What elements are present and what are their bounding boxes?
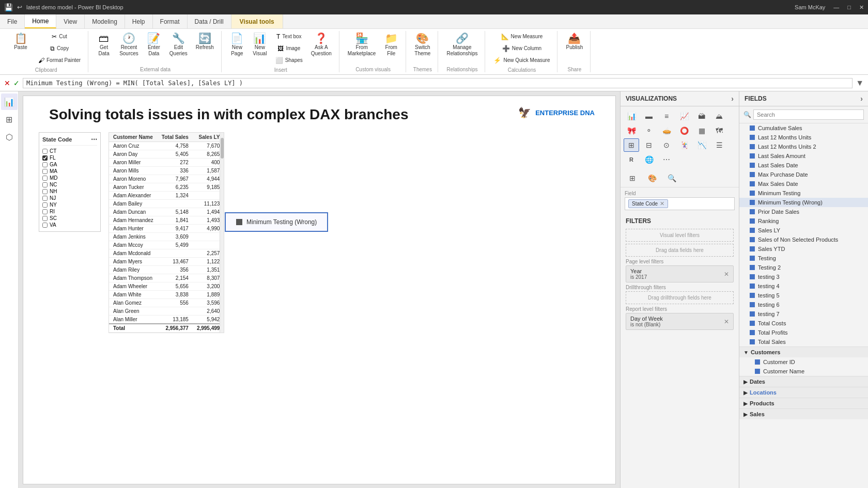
refresh-button[interactable]: 🔄 Refresh <box>193 31 217 53</box>
viz-pie[interactable]: 🥧 <box>659 124 674 137</box>
fields-icon[interactable]: ⊞ <box>625 171 640 185</box>
filter-dow-remove[interactable]: ✕ <box>724 318 729 325</box>
slicer-item-ny[interactable]: NY <box>42 201 97 208</box>
new-page-button[interactable]: 📄 NewPage <box>227 31 247 59</box>
tab-view[interactable]: View <box>56 14 85 28</box>
viz-donut[interactable]: ⭕ <box>676 124 692 137</box>
filter-day-of-week[interactable]: Day of Week is not (Blank) ✕ <box>626 313 734 330</box>
viz-bar-chart[interactable]: 📊 <box>624 109 639 123</box>
viz-kpi[interactable]: 📉 <box>694 138 709 152</box>
viz-r-visual[interactable]: R <box>624 153 639 166</box>
slicer-item-va[interactable]: VA <box>42 222 97 228</box>
manage-relationships-button[interactable]: 🔗 ManageRelationships <box>443 31 481 59</box>
sidebar-report-icon[interactable]: 📊 <box>1 93 18 110</box>
slicer-item-md[interactable]: MD <box>42 175 97 181</box>
field-item-sales-of-non-selected-products[interactable]: Sales of Non Selected Products <box>739 235 868 244</box>
field-item-testing-6[interactable]: testing 6 <box>739 300 868 309</box>
slicer-cb-nc[interactable] <box>42 182 48 187</box>
scroll-thumb[interactable] <box>221 138 224 159</box>
slicer-cb-ri[interactable] <box>42 209 48 214</box>
measure-card[interactable]: Minimum Testing (Wrong) <box>225 212 328 232</box>
slicer-cb-ct[interactable] <box>42 149 48 154</box>
group-locations[interactable]: ▶Locations <box>739 387 868 398</box>
tab-home[interactable]: Home <box>25 14 56 28</box>
field-item-sales-ly[interactable]: Sales LY <box>739 226 868 235</box>
drag-data-fields-zone[interactable]: Drag data fields here <box>626 244 734 257</box>
state-code-tag[interactable]: State Code ✕ <box>628 199 668 208</box>
group-customers[interactable]: ▼Customers <box>739 347 868 357</box>
field-item-testing-4[interactable]: testing 4 <box>739 281 868 291</box>
analytics-icon[interactable]: 🔍 <box>664 171 679 185</box>
slicer-item-nc[interactable]: NC <box>42 181 97 188</box>
field-item-sales-ytd[interactable]: Sales YTD <box>739 244 868 254</box>
ask-question-button[interactable]: ❓ Ask AQuestion <box>308 31 335 59</box>
field-item-testing-5[interactable]: testing 5 <box>739 291 868 300</box>
field-item-last-12-months-units[interactable]: Last 12 Months Units <box>739 133 868 142</box>
viz-area-chart[interactable]: 🏔 <box>694 109 709 123</box>
viz-table[interactable]: ⊞ <box>624 138 639 152</box>
field-item-total-sales[interactable]: Total Sales <box>739 337 868 347</box>
sidebar-data-icon[interactable]: ⊞ <box>1 111 18 128</box>
viz-slicer[interactable]: ☰ <box>711 138 727 152</box>
from-marketplace-button[interactable]: 🏪 FromMarketplace <box>345 31 379 59</box>
slicer-item-ri[interactable]: RI <box>42 208 97 215</box>
field-item-last-sales-amount[interactable]: Last Sales Amount <box>739 151 868 161</box>
slicer-item-sc[interactable]: SC <box>42 215 97 222</box>
viz-clustered-bar[interactable]: ≡ <box>659 109 674 123</box>
visual-level-filters-zone[interactable]: Visual level filters <box>626 229 734 242</box>
visualizations-expand-btn[interactable]: › <box>731 95 734 103</box>
field-item-testing-7[interactable]: testing 7 <box>739 309 868 319</box>
paste-button[interactable]: 📋 Paste <box>8 31 33 53</box>
slicer-cb-nh[interactable] <box>42 189 48 194</box>
slicer-cb-ma[interactable] <box>42 169 48 174</box>
recent-sources-button[interactable]: 🕐 RecentSources <box>116 31 142 59</box>
field-item-testing-3[interactable]: testing 3 <box>739 272 868 281</box>
field-item-customer-id[interactable]: Customer ID <box>739 357 868 367</box>
viz-gauge[interactable]: ⊙ <box>659 138 674 152</box>
table-scroll-bar[interactable] <box>220 133 224 333</box>
sidebar-model-icon[interactable]: ⬡ <box>1 129 18 145</box>
field-item-testing[interactable]: Testing <box>739 254 868 263</box>
formula-expand-button[interactable]: ▼ <box>856 78 864 88</box>
slicer-cb-nj[interactable] <box>42 196 48 201</box>
slicer-menu-icon[interactable]: ⋯ <box>91 136 97 143</box>
field-item-last-12-months-units-2[interactable]: Last 12 Months Units 2 <box>739 142 868 151</box>
field-area-box[interactable]: State Code ✕ <box>625 197 735 210</box>
viz-map[interactable]: 🗺 <box>711 124 727 137</box>
field-item-last-sales-date[interactable]: Last Sales Date <box>739 161 868 170</box>
maximize-btn[interactable]: □ <box>847 4 851 11</box>
field-item-prior-date-sales[interactable]: Prior Date Sales <box>739 207 868 216</box>
tab-data-drill[interactable]: Data / Drill <box>188 14 231 28</box>
slicer-item-fl[interactable]: FL <box>42 154 97 161</box>
new-column-button[interactable]: ➕New Column <box>490 43 553 54</box>
slicer-item-nh[interactable]: NH <box>42 188 97 195</box>
new-visual-button[interactable]: 📊 NewVisual <box>250 31 270 59</box>
group-sales[interactable]: ▶Sales <box>739 408 868 419</box>
edit-queries-button[interactable]: 🔧 EditQueries <box>166 31 191 59</box>
viz-more[interactable]: ⋯ <box>659 153 674 166</box>
viz-globe[interactable]: 🌐 <box>641 153 657 166</box>
viz-ribbon-chart[interactable]: 🎀 <box>624 124 639 137</box>
fields-expand-btn[interactable]: › <box>860 95 863 103</box>
publish-button[interactable]: 📤 Publish <box>563 31 586 53</box>
text-box-button[interactable]: TText box <box>272 31 306 42</box>
tab-format[interactable]: Format <box>153 14 188 28</box>
slicer-item-ct[interactable]: CT <box>42 148 97 154</box>
cut-button[interactable]: ✂Cut <box>35 31 84 42</box>
tab-modeling[interactable]: Modeling <box>85 14 125 28</box>
viz-matrix[interactable]: ⊟ <box>641 138 657 152</box>
slicer-cb-sc[interactable] <box>42 216 48 221</box>
filter-year-remove[interactable]: ✕ <box>724 271 729 278</box>
slicer-cb-md[interactable] <box>42 176 48 181</box>
shapes-button[interactable]: ⬜Shapes <box>272 55 306 66</box>
field-item-customer-name[interactable]: Customer Name <box>739 367 868 376</box>
from-file-button[interactable]: 📁 FromFile <box>381 31 401 59</box>
new-measure-button[interactable]: 📐New Measure <box>490 31 553 42</box>
copy-button[interactable]: ⧉Copy <box>35 43 84 54</box>
field-item-total-costs[interactable]: Total Costs <box>739 319 868 328</box>
enter-data-button[interactable]: 📝 EnterData <box>144 31 164 59</box>
filter-year[interactable]: Year is 2017 ✕ <box>626 265 734 282</box>
image-button[interactable]: 🖼Image <box>272 43 306 54</box>
viz-treemap[interactable]: ▦ <box>694 124 709 137</box>
group-products[interactable]: ▶Products <box>739 398 868 408</box>
